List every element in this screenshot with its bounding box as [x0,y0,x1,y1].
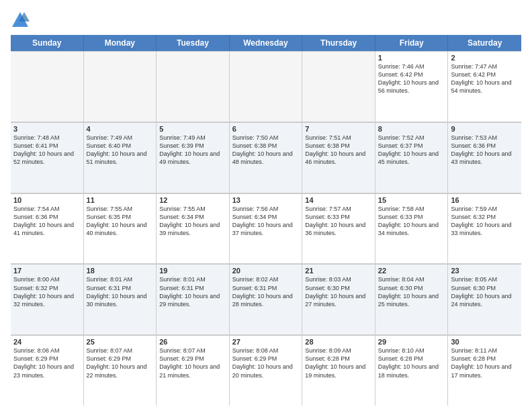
calendar-cell: 25Sunrise: 8:07 AM Sunset: 6:29 PM Dayli… [84,335,157,406]
day-number: 25 [87,338,154,346]
day-number: 5 [159,125,226,133]
calendar-cell: 5Sunrise: 7:49 AM Sunset: 6:39 PM Daylig… [157,122,230,193]
header-cell-friday: Friday [375,35,449,51]
day-info: Sunrise: 8:09 AM Sunset: 6:28 PM Dayligh… [305,347,372,379]
day-info: Sunrise: 7:58 AM Sunset: 6:33 PM Dayligh… [378,205,445,238]
day-info: Sunrise: 8:05 AM Sunset: 6:30 PM Dayligh… [451,275,519,308]
day-number: 3 [13,125,81,133]
day-info: Sunrise: 7:55 AM Sunset: 6:35 PM Dayligh… [87,205,154,238]
calendar-cell: 10Sunrise: 7:54 AM Sunset: 6:36 PM Dayli… [11,193,84,264]
header-cell-wednesday: Wednesday [230,35,303,51]
calendar-cell [230,51,303,122]
calendar-cell: 15Sunrise: 7:58 AM Sunset: 6:33 PM Dayli… [375,193,449,264]
day-info: Sunrise: 7:47 AM Sunset: 6:42 PM Dayligh… [451,62,519,95]
day-number: 14 [305,196,372,204]
calendar-row: 1Sunrise: 7:46 AM Sunset: 6:42 PM Daylig… [11,51,521,122]
day-number: 13 [232,196,300,204]
day-info: Sunrise: 7:49 AM Sunset: 6:40 PM Dayligh… [87,134,154,167]
calendar-cell [84,51,157,122]
day-info: Sunrise: 8:06 AM Sunset: 6:29 PM Dayligh… [13,347,81,379]
calendar-cell: 28Sunrise: 8:09 AM Sunset: 6:28 PM Dayli… [302,335,375,406]
day-info: Sunrise: 7:49 AM Sunset: 6:39 PM Dayligh… [159,134,226,167]
calendar-row: 3Sunrise: 7:48 AM Sunset: 6:41 PM Daylig… [11,122,521,193]
day-info: Sunrise: 7:57 AM Sunset: 6:33 PM Dayligh… [305,205,372,238]
calendar-cell: 4Sunrise: 7:49 AM Sunset: 6:40 PM Daylig… [84,122,157,193]
calendar-cell: 22Sunrise: 8:04 AM Sunset: 6:30 PM Dayli… [375,264,449,334]
day-info: Sunrise: 8:04 AM Sunset: 6:30 PM Dayligh… [378,275,445,308]
header-cell-tuesday: Tuesday [157,35,230,51]
day-number: 4 [87,125,154,133]
header-cell-saturday: Saturday [448,35,521,51]
calendar-row: 24Sunrise: 8:06 AM Sunset: 6:29 PM Dayli… [11,335,521,406]
page: SundayMondayTuesdayWednesdayThursdayFrid… [0,0,532,411]
calendar-cell: 19Sunrise: 8:01 AM Sunset: 6:31 PM Dayli… [157,264,230,334]
calendar-cell: 30Sunrise: 8:11 AM Sunset: 6:28 PM Dayli… [448,335,521,406]
day-info: Sunrise: 7:48 AM Sunset: 6:41 PM Dayligh… [13,134,81,167]
day-info: Sunrise: 7:50 AM Sunset: 6:38 PM Dayligh… [232,134,300,167]
day-number: 7 [305,125,372,133]
day-number: 16 [451,196,519,204]
calendar-cell: 17Sunrise: 8:00 AM Sunset: 6:32 PM Dayli… [11,264,84,334]
calendar-cell: 16Sunrise: 7:59 AM Sunset: 6:32 PM Dayli… [448,193,521,264]
logo-icon [11,11,30,30]
calendar-cell: 13Sunrise: 7:56 AM Sunset: 6:34 PM Dayli… [230,193,303,264]
day-info: Sunrise: 8:08 AM Sunset: 6:29 PM Dayligh… [232,347,300,379]
day-info: Sunrise: 8:01 AM Sunset: 6:31 PM Dayligh… [159,275,226,308]
day-info: Sunrise: 7:54 AM Sunset: 6:36 PM Dayligh… [13,205,81,238]
day-number: 18 [87,267,154,275]
calendar-cell: 26Sunrise: 8:07 AM Sunset: 6:29 PM Dayli… [157,335,230,406]
day-number: 1 [378,54,445,62]
calendar-cell: 23Sunrise: 8:05 AM Sunset: 6:30 PM Dayli… [448,264,521,334]
calendar-body: 1Sunrise: 7:46 AM Sunset: 6:42 PM Daylig… [11,51,521,406]
calendar-cell: 2Sunrise: 7:47 AM Sunset: 6:42 PM Daylig… [448,51,521,122]
calendar-cell [11,51,84,122]
day-number: 21 [305,267,372,275]
day-number: 15 [378,196,445,204]
day-info: Sunrise: 7:59 AM Sunset: 6:32 PM Dayligh… [451,205,519,238]
day-number: 10 [13,196,81,204]
calendar-cell: 7Sunrise: 7:51 AM Sunset: 6:38 PM Daylig… [302,122,375,193]
day-number: 24 [13,338,81,346]
day-info: Sunrise: 8:07 AM Sunset: 6:29 PM Dayligh… [87,347,154,379]
day-number: 8 [378,125,445,133]
day-number: 12 [159,196,226,204]
day-info: Sunrise: 7:56 AM Sunset: 6:34 PM Dayligh… [232,205,300,238]
calendar-cell: 20Sunrise: 8:02 AM Sunset: 6:31 PM Dayli… [230,264,303,334]
calendar-cell: 21Sunrise: 8:03 AM Sunset: 6:30 PM Dayli… [302,264,375,334]
calendar-row: 17Sunrise: 8:00 AM Sunset: 6:32 PM Dayli… [11,264,521,335]
calendar-cell: 18Sunrise: 8:01 AM Sunset: 6:31 PM Dayli… [84,264,157,334]
calendar-cell: 27Sunrise: 8:08 AM Sunset: 6:29 PM Dayli… [230,335,303,406]
calendar-cell: 12Sunrise: 7:55 AM Sunset: 6:34 PM Dayli… [157,193,230,264]
day-number: 9 [451,125,519,133]
day-info: Sunrise: 8:07 AM Sunset: 6:29 PM Dayligh… [159,347,226,379]
calendar-cell: 6Sunrise: 7:50 AM Sunset: 6:38 PM Daylig… [230,122,303,193]
day-info: Sunrise: 7:52 AM Sunset: 6:37 PM Dayligh… [378,134,445,167]
header [11,11,521,30]
day-info: Sunrise: 8:00 AM Sunset: 6:32 PM Dayligh… [13,275,81,308]
day-number: 22 [378,267,445,275]
header-cell-monday: Monday [84,35,157,51]
day-info: Sunrise: 8:01 AM Sunset: 6:31 PM Dayligh… [87,275,154,308]
calendar-cell: 1Sunrise: 7:46 AM Sunset: 6:42 PM Daylig… [375,51,449,122]
day-number: 28 [305,338,372,346]
day-info: Sunrise: 8:02 AM Sunset: 6:31 PM Dayligh… [232,275,300,308]
calendar-cell [157,51,230,122]
day-number: 23 [451,267,519,275]
day-info: Sunrise: 8:10 AM Sunset: 6:28 PM Dayligh… [378,347,445,379]
day-number: 2 [451,54,519,62]
header-cell-thursday: Thursday [302,35,375,51]
day-number: 19 [159,267,226,275]
day-number: 26 [159,338,226,346]
day-info: Sunrise: 8:03 AM Sunset: 6:30 PM Dayligh… [305,275,372,308]
day-info: Sunrise: 7:51 AM Sunset: 6:38 PM Dayligh… [305,134,372,167]
day-info: Sunrise: 7:55 AM Sunset: 6:34 PM Dayligh… [159,205,226,238]
day-number: 29 [378,338,445,346]
header-cell-sunday: Sunday [11,35,84,51]
calendar-cell: 9Sunrise: 7:53 AM Sunset: 6:36 PM Daylig… [448,122,521,193]
day-number: 17 [13,267,81,275]
calendar-cell: 24Sunrise: 8:06 AM Sunset: 6:29 PM Dayli… [11,335,84,406]
calendar-cell: 3Sunrise: 7:48 AM Sunset: 6:41 PM Daylig… [11,122,84,193]
calendar: SundayMondayTuesdayWednesdayThursdayFrid… [11,35,521,406]
day-info: Sunrise: 7:53 AM Sunset: 6:36 PM Dayligh… [451,134,519,167]
calendar-cell: 8Sunrise: 7:52 AM Sunset: 6:37 PM Daylig… [375,122,449,193]
